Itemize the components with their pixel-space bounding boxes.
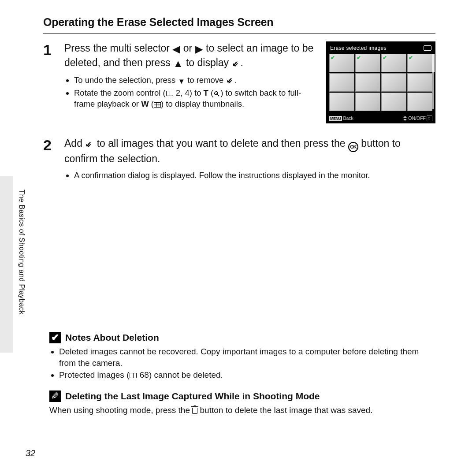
triangle-left-icon: ◀ bbox=[172, 42, 180, 56]
thumb bbox=[381, 54, 406, 72]
step1-bullet-1: To undo the selection, press ▼ to remove… bbox=[74, 75, 318, 86]
thumb bbox=[381, 93, 406, 111]
menu-chip-icon: MENU bbox=[329, 116, 342, 121]
trash-icon bbox=[424, 45, 431, 51]
trash-icon bbox=[192, 408, 197, 414]
triangle-right-icon: ▶ bbox=[195, 42, 203, 56]
cam-footer-onoff: ON/OFF bbox=[403, 115, 432, 121]
magnify-icon: 🔍︎ bbox=[213, 89, 220, 99]
manual-page: Operating the Erase Selected Images Scre… bbox=[0, 0, 476, 476]
notes2-title: Deleting the Last Image Captured While i… bbox=[65, 391, 320, 402]
thumb bbox=[407, 73, 432, 92]
magnify-chip-icon bbox=[427, 115, 432, 121]
page-number: 32 bbox=[26, 448, 35, 458]
thumb bbox=[381, 73, 406, 92]
notes2-paragraph: When using shooting mode, press the butt… bbox=[49, 405, 435, 416]
step2-heading: Add to all images that you want to delet… bbox=[64, 137, 435, 166]
step2-bullet: A confirmation dialog is displayed. Foll… bbox=[74, 170, 435, 181]
notes1-bullet-1: Deleted images cannot be recovered. Copy… bbox=[59, 346, 435, 368]
step-1: 1 Press the multi selector ◀ or ▶ to sel… bbox=[43, 41, 435, 123]
triangle-up-icon: ▲ bbox=[173, 57, 183, 71]
notes-about-deletion: Notes About Deletion Deleted images cann… bbox=[49, 332, 435, 416]
thumbnail-grid-icon bbox=[154, 102, 161, 108]
thumb bbox=[329, 73, 354, 92]
camera-screen-illustration: Erase selected images bbox=[326, 41, 435, 123]
cam-footer-back: MENUBack bbox=[329, 115, 353, 121]
notes1-title: Notes About Deletion bbox=[65, 332, 159, 343]
thumb bbox=[355, 93, 380, 111]
double-check-icon bbox=[85, 141, 94, 148]
thumb bbox=[407, 54, 432, 72]
step-number: 2 bbox=[43, 137, 64, 182]
step1-heading: Press the multi selector ◀ or ▶ to selec… bbox=[64, 41, 318, 71]
step-number: 1 bbox=[43, 41, 64, 123]
thumb bbox=[407, 93, 432, 111]
note-pencil-icon bbox=[49, 390, 61, 402]
thumb bbox=[329, 54, 354, 72]
ok-button-icon: OK bbox=[348, 142, 358, 152]
notes1-bullet-2: Protected images ( 68) cannot be deleted… bbox=[59, 369, 435, 381]
horizontal-rule bbox=[43, 33, 435, 33]
notes-last-image: Deleting the Last Image Captured While i… bbox=[49, 390, 435, 416]
step1-bullet-2: Rotate the zoom control ( 2, 4) to T (🔍︎… bbox=[74, 88, 318, 110]
up-down-icon bbox=[403, 116, 407, 121]
cam-thumbnail-grid bbox=[327, 54, 435, 111]
thumb bbox=[329, 93, 354, 111]
section-title: Operating the Erase Selected Images Scre… bbox=[43, 16, 435, 29]
step-2: 2 Add to all images that you want to del… bbox=[43, 137, 435, 182]
book-ref-icon bbox=[130, 373, 137, 378]
double-check-icon bbox=[232, 60, 241, 67]
cam-scrollbar bbox=[432, 54, 434, 109]
thumb bbox=[355, 73, 380, 92]
book-ref-icon bbox=[166, 91, 173, 96]
triangle-down-icon: ▼ bbox=[178, 77, 185, 86]
cam-title: Erase selected images bbox=[330, 45, 387, 51]
thumb bbox=[355, 54, 380, 72]
note-check-icon bbox=[49, 332, 61, 343]
double-check-icon bbox=[226, 77, 235, 84]
